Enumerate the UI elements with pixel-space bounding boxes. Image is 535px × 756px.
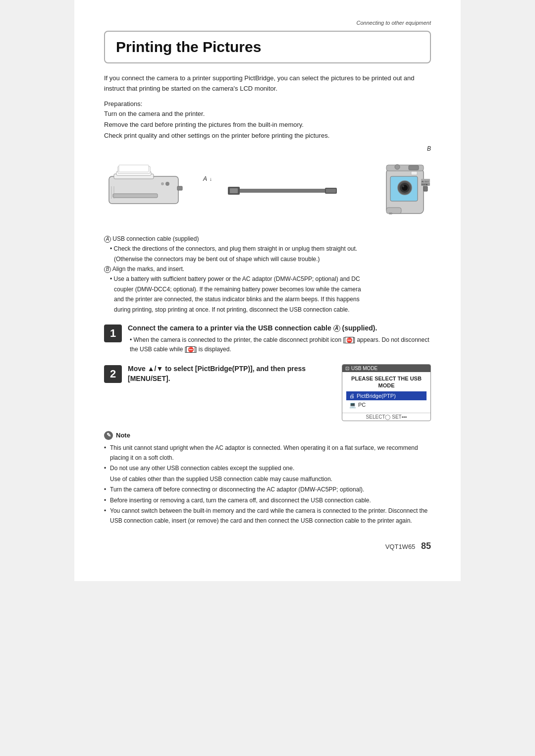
note-battery-text2: coupler (DMW-DCC4; optional). If the rem…	[104, 284, 431, 294]
svg-rect-15	[326, 189, 336, 193]
preparations-section: Preparations: Turn on the camera and the…	[104, 100, 431, 141]
ref-a: A	[104, 236, 111, 243]
note-battery-text4: during printing, stop printing at once. …	[104, 305, 431, 315]
step-2-inner: Move ▲/▼ to select [PictBridge(PTP)], an…	[128, 364, 431, 421]
page-footer: VQT1W65 85	[104, 541, 431, 551]
svg-text:DIGITAL: DIGITAL	[422, 184, 428, 186]
note-battery-text: • Use a battery with sufficient battery …	[104, 274, 431, 284]
note-a-usb: A USB connection cable (supplied)	[104, 234, 431, 244]
svg-rect-13	[230, 188, 238, 193]
step-2-title: Move ▲/▼ to select [PictBridge(PTP)], an…	[128, 364, 332, 383]
camera-illustration: B	[381, 154, 431, 220]
note-a-text: USB connection cable (supplied)	[112, 235, 199, 242]
prep-line-3: Check print quality and other settings o…	[104, 130, 431, 141]
label-b: B	[427, 145, 431, 152]
svg-rect-29	[409, 165, 419, 170]
usb-mode-header: ⊡ USB MODE	[342, 365, 430, 372]
svg-point-8	[161, 182, 164, 185]
step-1-title: Connect the camera to a printer via the …	[128, 324, 431, 333]
label-a: A ↓	[183, 175, 212, 182]
usb-option-pc[interactable]: 💻 PC	[346, 400, 427, 410]
note-item-3: Use of cables other than the supplied US…	[104, 474, 431, 484]
note-item-6: You cannot switch between the built-in m…	[104, 506, 431, 526]
page-container: Connecting to other equipment Printing t…	[74, 0, 461, 581]
step-2-block: 2 Move ▲/▼ to select [PictBridge(PTP)], …	[104, 364, 431, 421]
usb-mode-box: ⊡ USB MODE PLEASE SELECT THE USB MODE 🖨 …	[342, 364, 431, 421]
page-title: Printing the Pictures	[116, 39, 419, 55]
note-b-text: Align the marks, and insert.	[112, 266, 184, 272]
ref-b: B	[104, 266, 111, 273]
printer-illustration	[104, 159, 183, 215]
note-item-1: This unit cannot stand upright when the …	[104, 443, 431, 463]
usb-mode-footer: SELECT◯ SET▪▪▪	[342, 413, 430, 421]
svg-point-7	[165, 182, 169, 186]
note-label: Note	[116, 432, 130, 439]
svg-point-30	[395, 164, 400, 169]
step-2-text-area: Move ▲/▼ to select [PictBridge(PTP)], an…	[128, 364, 332, 385]
diagram-area: A ↓ B	[104, 149, 431, 225]
note-connector-check: • Check the directions of the connectors…	[104, 244, 431, 254]
svg-rect-5	[119, 165, 149, 172]
step-2-number: 2	[104, 365, 122, 383]
preparations-lines: Turn on the camera and the printer. Remo…	[104, 108, 431, 141]
note-icon: ✎	[104, 431, 113, 440]
svg-rect-0	[109, 176, 178, 204]
usb-mode-please-select: PLEASE SELECT THE USB MODE	[346, 375, 427, 389]
pictbridge-label: PictBridge(PTP)	[357, 393, 396, 399]
note-header: ✎ Note	[104, 431, 431, 440]
svg-rect-11	[238, 189, 327, 193]
svg-rect-1	[113, 194, 158, 198]
step-1-desc: • When the camera is connected to the pr…	[128, 335, 431, 354]
note-items-list: This unit cannot stand upright when the …	[104, 443, 431, 526]
note-battery-text3: and the printer are connected, the statu…	[104, 294, 431, 304]
note-item-2: Do not use any other USB connection cabl…	[104, 463, 431, 473]
step1-ref-a: A	[333, 325, 340, 332]
svg-rect-24	[424, 186, 428, 191]
usb-mode-body: PLEASE SELECT THE USB MODE 🖨 PictBridge(…	[342, 372, 430, 413]
page-number: 85	[421, 541, 431, 551]
note-section: ✎ Note This unit cannot stand upright wh…	[104, 431, 431, 526]
prep-line-2: Remove the card before printing the pict…	[104, 119, 431, 130]
step-1-content: Connect the camera to a printer via the …	[128, 324, 431, 354]
pc-label: PC	[358, 402, 366, 408]
title-box: Printing the Pictures	[104, 31, 431, 63]
connection-notes: A USB connection cable (supplied) • Chec…	[104, 234, 431, 315]
pc-icon: 💻	[349, 402, 356, 408]
step-1-number: 1	[104, 324, 122, 342]
model-number: VQT1W65	[385, 543, 416, 550]
svg-rect-6	[177, 186, 182, 190]
usb-mode-label: USB MODE	[351, 366, 377, 371]
svg-point-22	[402, 185, 404, 187]
intro-text: If you connect the camera to a printer s…	[104, 73, 431, 94]
note-item-4: Turn the camera off before connecting or…	[104, 485, 431, 494]
cable-diagram: A ↓	[183, 175, 381, 198]
usb-icon: ⊡	[345, 366, 349, 371]
svg-text:AV OUT: AV OUT	[422, 180, 429, 183]
note-item-5: Before inserting or removing a card, tur…	[104, 495, 431, 505]
preparations-label: Preparations:	[104, 100, 431, 108]
svg-text:SD: SD	[389, 212, 392, 215]
usb-option-pictbridge[interactable]: 🖨 PictBridge(PTP)	[346, 391, 427, 400]
prep-line-1: Turn on the camera and the printer.	[104, 108, 431, 119]
step-1-block: 1 Connect the camera to a printer via th…	[104, 324, 431, 354]
step-2-content: Move ▲/▼ to select [PictBridge(PTP)], an…	[128, 364, 431, 421]
note-connector-check-cont: (Otherwise the connectors may be bent ou…	[104, 254, 431, 264]
note-b-align: B Align the marks, and insert.	[104, 264, 431, 274]
pictbridge-icon: 🖨	[349, 393, 355, 399]
svg-rect-23	[411, 171, 417, 175]
section-label: Connecting to other equipment	[104, 20, 431, 26]
